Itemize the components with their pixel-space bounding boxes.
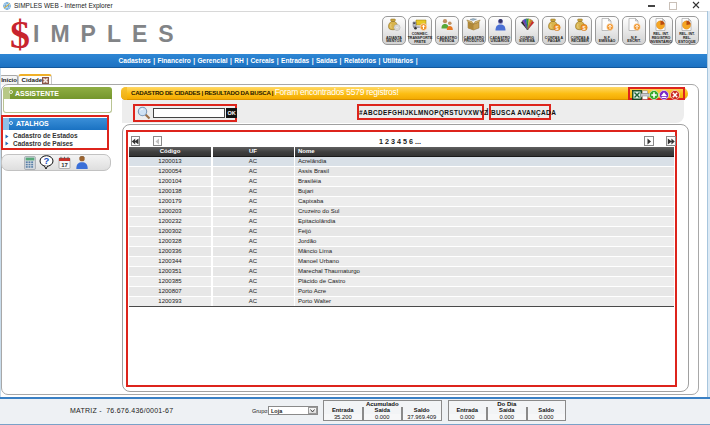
svg-text:$: $ <box>556 25 559 31</box>
svg-text:?: ? <box>44 155 50 166</box>
svg-text:17: 17 <box>61 161 68 167</box>
svg-text:$: $ <box>582 25 585 31</box>
